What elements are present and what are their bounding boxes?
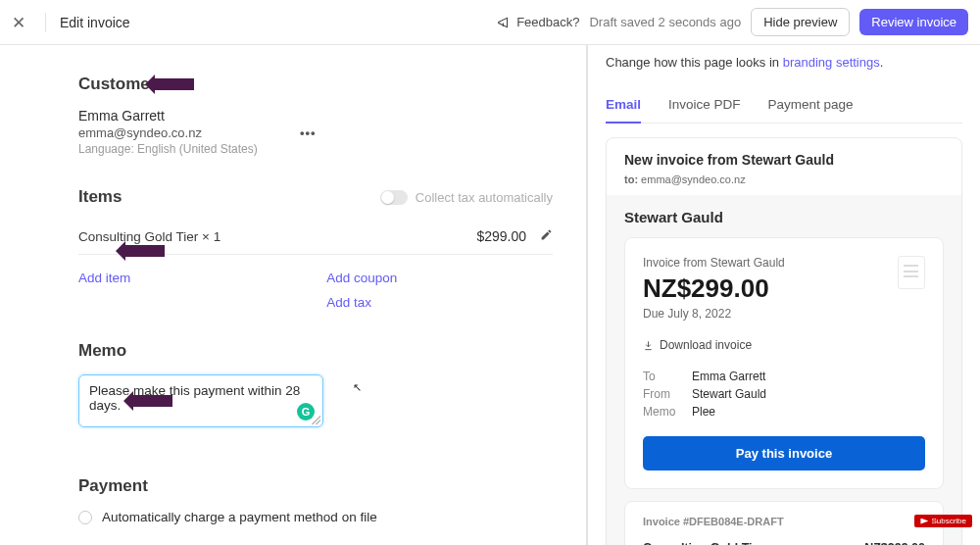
more-icon[interactable]: ••• bbox=[300, 125, 317, 140]
pencil-icon[interactable] bbox=[540, 228, 553, 244]
payment-option-label: Automatically charge a payment method on… bbox=[102, 510, 377, 524]
megaphone-icon bbox=[497, 16, 511, 29]
invoice-summary-card: Invoice from Stewart Gauld NZ$299.00 Due… bbox=[624, 237, 944, 489]
feedback-label: Feedback? bbox=[516, 15, 579, 29]
period: . bbox=[880, 55, 884, 70]
from-key: From bbox=[643, 387, 692, 401]
memo-value: Plee bbox=[692, 405, 925, 419]
document-icon bbox=[898, 256, 925, 289]
tab-payment-page[interactable]: Payment page bbox=[768, 91, 854, 123]
draft-saved-status: Draft saved 2 seconds ago bbox=[589, 15, 741, 29]
invoice-due: Due July 8, 2022 bbox=[643, 307, 925, 321]
add-tax-link[interactable]: Add tax bbox=[326, 295, 397, 310]
memo-input[interactable]: Please make this payment within 28 days.… bbox=[78, 374, 323, 427]
memo-heading: Memo bbox=[78, 341, 126, 361]
edit-pane: Customer Emma Garrett emma@syndeo.co.nz … bbox=[0, 45, 588, 545]
items-heading: Items bbox=[78, 187, 122, 207]
branding-note: Change how this page looks in branding s… bbox=[606, 55, 962, 70]
add-item-link[interactable]: Add item bbox=[78, 271, 130, 310]
email-to-label: to: bbox=[624, 173, 638, 185]
subscribe-label: Subscribe bbox=[931, 517, 966, 525]
to-key: To bbox=[643, 370, 692, 383]
line-item-price: $299.00 bbox=[476, 228, 526, 244]
invoice-from: Invoice from Stewart Gauld bbox=[643, 256, 925, 270]
order-item-price: NZ$299.00 bbox=[864, 541, 925, 545]
to-value: Emma Garrett bbox=[692, 370, 925, 383]
tab-invoice-pdf[interactable]: Invoice PDF bbox=[668, 91, 741, 123]
hide-preview-button[interactable]: Hide preview bbox=[751, 8, 850, 36]
payment-section: Payment Automatically charge a payment m… bbox=[78, 476, 553, 524]
preview-pane: Change how this page looks in branding s… bbox=[588, 45, 980, 545]
tax-toggle[interactable]: Collect tax automatically bbox=[380, 190, 553, 205]
invoice-items-card: Invoice #DFEB084E-DRAFT Consulting Gold … bbox=[624, 501, 944, 545]
memo-key: Memo bbox=[643, 405, 692, 419]
invoice-details: To Emma Garrett From Stewart Gauld Memo … bbox=[643, 370, 925, 419]
payment-option-auto[interactable]: Automatically charge a payment method on… bbox=[78, 510, 553, 524]
download-icon bbox=[643, 340, 654, 351]
order-item-name: Consulting Gold Tier bbox=[643, 541, 763, 545]
invoice-amount: NZ$299.00 bbox=[643, 273, 925, 304]
review-invoice-button[interactable]: Review invoice bbox=[859, 9, 968, 35]
from-value: Stewart Gauld bbox=[692, 387, 925, 401]
email-subject: New invoice from Stewart Gauld bbox=[624, 152, 944, 168]
branding-settings-link[interactable]: branding settings bbox=[783, 55, 880, 70]
preview-tabs: Email Invoice PDF Payment page bbox=[606, 91, 962, 124]
memo-section: Memo Please make this payment within 28 … bbox=[78, 341, 553, 427]
subscribe-badge[interactable]: Subscribe bbox=[914, 515, 972, 527]
invoice-number: Invoice #DFEB084E-DRAFT bbox=[643, 516, 925, 527]
radio-icon bbox=[78, 511, 92, 524]
customer-language: Language: English (United States) bbox=[78, 142, 553, 156]
customer-name: Emma Garrett bbox=[78, 108, 553, 124]
email-to-address: emma@syndeo.co.nz bbox=[641, 173, 746, 185]
page-title: Edit invoice bbox=[60, 15, 130, 30]
close-icon[interactable]: ✕ bbox=[12, 11, 31, 33]
pay-invoice-button[interactable]: Pay this invoice bbox=[643, 436, 925, 471]
cursor-icon: ↖ bbox=[353, 381, 362, 394]
tax-toggle-label: Collect tax automatically bbox=[416, 190, 553, 205]
customer-heading: Customer bbox=[78, 74, 156, 94]
line-item-row[interactable]: Consulting Gold Tier × 1 $299.00 bbox=[78, 219, 553, 255]
email-preview-card: New invoice from Stewart Gauld to: emma@… bbox=[606, 137, 962, 545]
customer-email: emma@syndeo.co.nz bbox=[78, 125, 202, 140]
payment-heading: Payment bbox=[78, 476, 148, 496]
toggle-icon bbox=[380, 190, 408, 205]
tab-email[interactable]: Email bbox=[606, 91, 641, 124]
customer-section: Customer Emma Garrett emma@syndeo.co.nz … bbox=[78, 74, 553, 156]
resize-handle-icon[interactable] bbox=[311, 415, 320, 424]
branding-text: Change how this page looks in bbox=[606, 55, 783, 70]
download-label: Download invoice bbox=[660, 338, 752, 352]
download-invoice-link[interactable]: Download invoice bbox=[643, 338, 925, 352]
email-to: to: emma@syndeo.co.nz bbox=[624, 173, 944, 185]
items-section: Items Collect tax automatically Consulti… bbox=[78, 187, 553, 310]
feedback-link[interactable]: Feedback? bbox=[497, 15, 579, 29]
divider bbox=[45, 13, 46, 32]
topbar: ✕ Edit invoice Feedback? Draft saved 2 s… bbox=[0, 0, 980, 45]
line-item-name: Consulting Gold Tier × 1 bbox=[78, 229, 220, 244]
add-coupon-link[interactable]: Add coupon bbox=[326, 271, 397, 285]
sender-name: Stewart Gauld bbox=[624, 209, 944, 225]
memo-text: Please make this payment within 28 days. bbox=[89, 383, 300, 413]
